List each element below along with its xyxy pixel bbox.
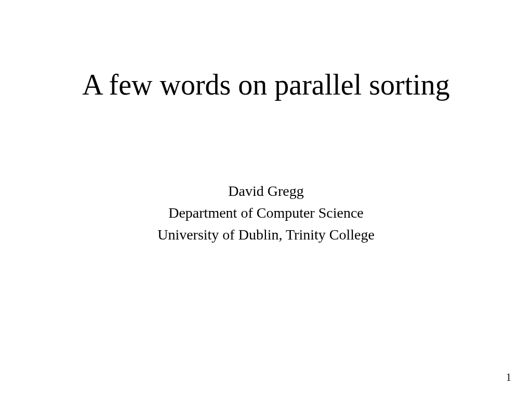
author-name: David Gregg <box>21 180 511 202</box>
author-department: Department of Computer Science <box>21 202 511 224</box>
author-institution: University of Dublin, Trinity College <box>21 224 511 246</box>
author-block: David Gregg Department of Computer Scien… <box>21 180 511 246</box>
page-number: 1 <box>506 371 511 383</box>
slide-title: A few words on parallel sorting <box>21 68 511 102</box>
slide-container: A few words on parallel sorting David Gr… <box>0 0 532 399</box>
